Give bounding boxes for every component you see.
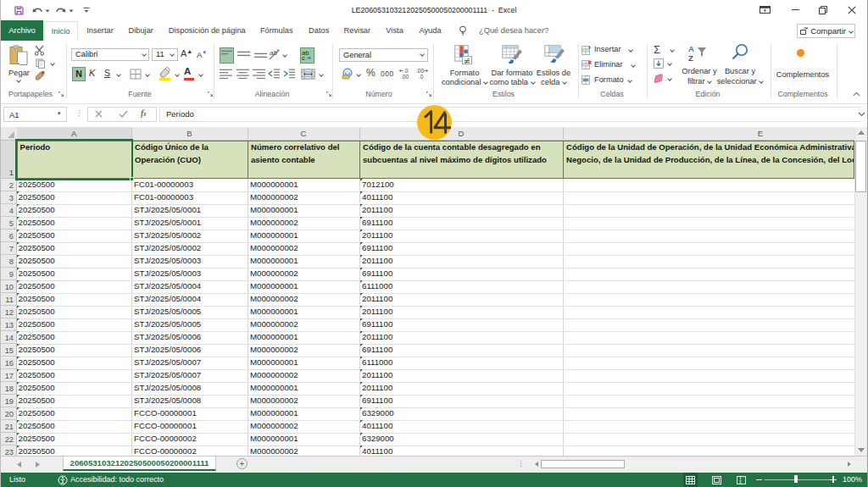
- svg-text:.0: .0: [419, 74, 424, 80]
- svg-text:ab: ab: [270, 49, 277, 57]
- svg-text:Z: Z: [688, 53, 693, 63]
- svg-text:.00: .00: [401, 74, 409, 80]
- svg-text:A: A: [688, 44, 694, 53]
- svg-text:c: c: [302, 54, 305, 61]
